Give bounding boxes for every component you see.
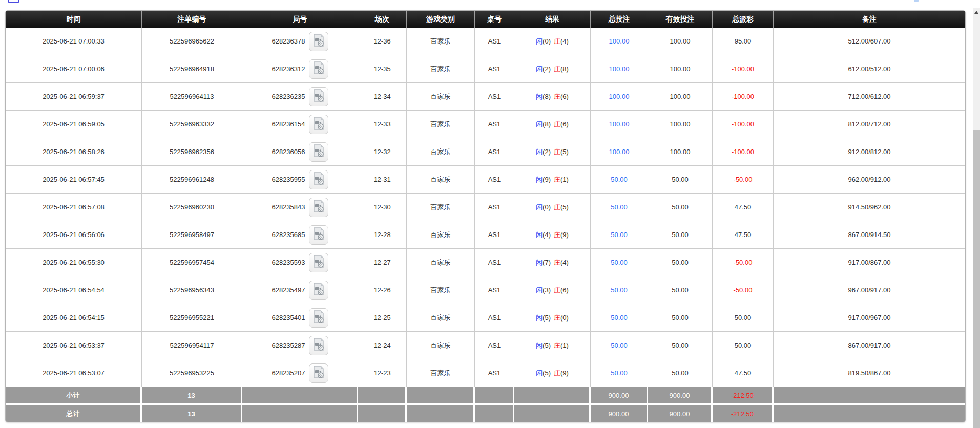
session-cell: 12-36 [358, 28, 407, 55]
note-cell: 912.00/812.00 [774, 138, 965, 166]
video-replay-button[interactable] [309, 281, 328, 300]
total-bet-cell[interactable]: 50.00 [591, 359, 648, 387]
note-cell: 712.00/612.00 [774, 83, 965, 111]
total-bet-cell[interactable]: 50.00 [591, 194, 648, 221]
round-id-cell: 628235207 [242, 359, 358, 387]
total-bet-cell[interactable]: 100.00 [591, 138, 648, 166]
valid-bet-cell: 50.00 [648, 249, 713, 276]
table-row: 2025-06-21 06:59:37 522596964113 6282362… [6, 83, 965, 111]
video-replay-button[interactable] [309, 253, 328, 272]
video-replay-button[interactable] [309, 32, 328, 51]
table-header-row: 时间 注单编号 局号 场次 游戏类别 桌号 结果 总投注 有效投注 总派彩 备注 [6, 11, 965, 28]
valid-bet-cell: 100.00 [648, 111, 713, 138]
total-bet-cell[interactable]: 50.00 [591, 276, 648, 304]
video-replay-button[interactable] [309, 142, 328, 162]
time-cell: 2025-06-21 06:57:08 [6, 194, 142, 221]
video-file-icon [312, 338, 325, 353]
result-cell: 闲(5) 庄(1) [514, 332, 591, 359]
game-cell: 百家乐 [407, 83, 475, 111]
total-bet-cell[interactable]: 50.00 [591, 166, 648, 194]
valid-bet-cell: 50.00 [648, 166, 713, 194]
video-replay-button[interactable] [309, 336, 328, 355]
banker-result-score: (6) [560, 120, 569, 128]
desk-cell: AS1 [475, 138, 514, 166]
cut-off-top-button[interactable] [8, 0, 19, 3]
video-replay-button[interactable] [309, 363, 328, 383]
video-replay-button[interactable] [309, 115, 328, 134]
total-bet-cell[interactable]: 100.00 [591, 55, 648, 83]
table-row: 2025-06-21 06:58:26 522596962356 6282360… [6, 138, 965, 166]
total-bet-cell[interactable]: 50.00 [591, 332, 648, 359]
game-cell: 百家乐 [407, 332, 475, 359]
game-cell: 百家乐 [407, 249, 475, 276]
time-cell: 2025-06-21 06:53:07 [6, 359, 142, 387]
banker-result-label: 庄 [554, 92, 560, 101]
player-result-score: (2) [543, 148, 551, 156]
player-result-score: (8) [543, 93, 551, 100]
valid-bet-cell: 100.00 [648, 138, 713, 166]
result-cell: 闲(4) 庄(9) [514, 221, 591, 249]
payout-cell: -50.00 [713, 276, 774, 304]
banker-result-label: 庄 [554, 341, 560, 350]
subtotal-total-bet: 900.00 [591, 387, 648, 403]
col-header-game: 游戏类别 [407, 11, 475, 28]
scroll-up-button[interactable] [973, 8, 980, 16]
player-result-label: 闲 [536, 120, 543, 129]
result-cell: 闲(5) 庄(0) [514, 304, 591, 332]
video-replay-button[interactable] [309, 87, 328, 106]
video-replay-button[interactable] [309, 225, 328, 245]
time-cell: 2025-06-21 06:57:45 [6, 166, 142, 194]
table-row: 2025-06-21 07:00:06 522596964918 6282363… [6, 55, 965, 83]
banker-result-score: (8) [560, 65, 569, 73]
banker-result-score: (6) [560, 93, 569, 100]
payout-cell: -100.00 [713, 111, 774, 138]
desk-cell: AS1 [475, 249, 514, 276]
vertical-scrollbar[interactable] [973, 8, 980, 428]
round-id-value: 628235955 [272, 176, 305, 183]
note-cell: 812.00/712.00 [774, 111, 965, 138]
bet-id-cell: 522596964918 [142, 55, 242, 83]
valid-bet-cell: 50.00 [648, 332, 713, 359]
payout-cell: -100.00 [713, 138, 774, 166]
round-id-value: 628236378 [272, 37, 305, 45]
total-bet-cell[interactable]: 50.00 [591, 249, 648, 276]
video-replay-button[interactable] [309, 198, 328, 217]
total-bet-cell[interactable]: 100.00 [591, 28, 648, 55]
banker-result-score: (1) [560, 176, 569, 183]
video-replay-button[interactable] [309, 59, 328, 79]
note-cell: 867.00/917.00 [774, 332, 965, 359]
scrollbar-thumb[interactable] [973, 130, 980, 428]
col-header-total-bet: 总投注 [591, 11, 648, 28]
round-id-value: 628235593 [272, 259, 305, 266]
note-cell: 967.00/917.00 [774, 276, 965, 304]
session-cell: 12-25 [358, 304, 407, 332]
player-result-score: (8) [543, 120, 551, 128]
table-row: 2025-06-21 06:57:08 522596960230 6282358… [6, 194, 965, 221]
total-bet-cell[interactable]: 100.00 [591, 83, 648, 111]
valid-bet-cell: 50.00 [648, 276, 713, 304]
video-replay-button[interactable] [309, 308, 328, 328]
payout-cell: 95.00 [713, 28, 774, 55]
player-result-score: (5) [543, 314, 551, 322]
total-bet-cell[interactable]: 50.00 [591, 304, 648, 332]
table-row: 2025-06-21 07:00:33 522596965622 6282363… [6, 28, 965, 55]
total-bet-cell[interactable]: 50.00 [591, 221, 648, 249]
session-cell: 12-28 [358, 221, 407, 249]
result-cell: 闲(8) 庄(6) [514, 83, 591, 111]
player-result-score: (0) [543, 203, 551, 211]
bet-id-cell: 522596956343 [142, 276, 242, 304]
banker-result-label: 庄 [554, 313, 560, 323]
video-replay-button[interactable] [309, 170, 328, 189]
round-id-value: 628235207 [272, 369, 305, 377]
banker-result-score: (5) [560, 203, 569, 211]
desk-cell: AS1 [475, 28, 514, 55]
player-result-label: 闲 [536, 258, 543, 267]
banker-result-label: 庄 [554, 147, 560, 157]
result-cell: 闲(2) 庄(5) [514, 138, 591, 166]
player-result-label: 闲 [536, 65, 543, 74]
note-cell: 917.00/967.00 [774, 304, 965, 332]
desk-cell: AS1 [475, 55, 514, 83]
player-result-label: 闲 [536, 286, 543, 295]
total-bet-cell[interactable]: 100.00 [591, 111, 648, 138]
player-result-label: 闲 [536, 147, 543, 157]
